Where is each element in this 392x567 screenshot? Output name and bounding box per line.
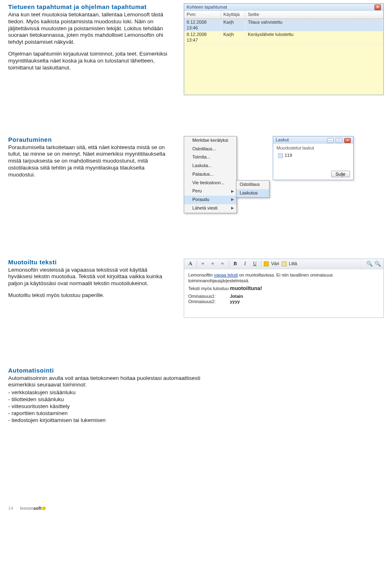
cell-selite: Keräyslähete tulostettu — [245, 31, 383, 44]
ctx-vie[interactable]: Vie tiedostoon... — [184, 179, 236, 188]
laskut-header: Muodostetut laskut — [276, 145, 351, 152]
separator — [196, 261, 197, 267]
chevron-right-icon: ▶ — [231, 206, 234, 210]
color-swatch-icon[interactable] — [264, 261, 269, 266]
logo-part2: soft — [33, 506, 42, 511]
align-left-icon[interactable]: ≡ — [199, 260, 207, 268]
section2-p1: Porautumisella tarkoitetaan sitä, että n… — [8, 144, 172, 179]
align-center-icon[interactable]: ≡ — [209, 260, 216, 268]
vari-label[interactable]: Väri — [271, 261, 279, 267]
close-icon[interactable]: ✕ — [374, 4, 381, 10]
context-menu: Merkitse kerätyksi Ostotilaus... Toimita… — [184, 136, 237, 213]
sulje-button[interactable]: Sulje — [331, 171, 350, 177]
cell-selite: Tilaus vahvistettu — [245, 19, 383, 31]
rte-val1: Jotain — [230, 294, 243, 299]
minimize-icon[interactable]: — — [327, 138, 334, 143]
col-kayttaja[interactable]: Käyttäjä — [221, 11, 245, 18]
paste-icon[interactable] — [282, 261, 287, 266]
bullet-item: - tiedostojen kirjoittamisen tai lukemis… — [8, 417, 208, 424]
bullet-item: - raporttien tulostaminen — [8, 410, 208, 417]
ctx-toimita[interactable]: Toimita... — [184, 153, 236, 162]
list-item[interactable]: 119 — [276, 152, 351, 159]
context-submenu: Ostotilaus Laskutus — [236, 180, 270, 198]
cell-kayttaja: Karjh — [221, 19, 245, 31]
section4-p1: Automatisoinnin avulla voit antaa tietok… — [8, 375, 208, 389]
section2-heading: Porautuminen — [8, 136, 172, 144]
underline-icon[interactable]: U — [251, 260, 258, 268]
rte-body[interactable]: Lemonsoftin vapaa teksti on muotoiltavis… — [184, 269, 383, 317]
bold-icon[interactable]: B — [232, 260, 239, 268]
rte-window: A ≡ ≡ ≡ B I U Väri Liitä 🔍 🔍 — [184, 259, 384, 318]
rte-key2: Ominaisuus2: — [188, 299, 225, 305]
ctx-laheta[interactable]: Lähetä viesti ▶ — [184, 204, 236, 213]
ctx-peru[interactable]: Peru ▶ — [184, 187, 236, 196]
table-row[interactable]: 8.12.2008 13:46 Karjh Tilaus vahvistettu — [184, 19, 383, 32]
separator — [261, 261, 261, 267]
section3-p1: Lemonsoftin viesteissä ja vapaassa tekst… — [8, 267, 172, 288]
separator — [229, 261, 229, 267]
ctx-laheta-label: Lähetä viesti — [192, 205, 218, 211]
font-a-icon[interactable]: A — [187, 260, 194, 268]
rte-bold-text: muotoiltuna! — [230, 285, 262, 291]
section1-heading: Tietueen tapahtumat ja ohjelman tapahtum… — [8, 3, 172, 11]
rte-text: Teksti myös tulostuu — [188, 286, 230, 291]
ctx-palautus[interactable]: Palautus... — [184, 170, 236, 179]
page-number: 14 — [8, 506, 13, 511]
laskut-title: Laskut — [276, 137, 289, 143]
rte-toolbar: A ≡ ≡ ≡ B I U Väri Liitä 🔍 🔍 — [184, 259, 383, 269]
events-body: 8.12.2008 13:46 Karjh Tilaus vahvistettu… — [184, 19, 383, 95]
col-pvm[interactable]: Pvm — [184, 11, 221, 18]
ctx-laskuta[interactable]: Laskuta... — [184, 162, 236, 170]
logo-part1: lemon — [20, 506, 33, 511]
close-icon[interactable]: ✕ — [344, 138, 351, 143]
bullet-item: - viitesuoritusten käsittely — [8, 403, 208, 410]
section1-p2: Ohjelman tapahtumiin kirjautuvat toiminn… — [8, 51, 172, 71]
events-title: Kohteen tapahtumat — [187, 4, 227, 10]
rte-link-text: vapaa teksti — [214, 272, 238, 277]
section3-heading: Muotoiltu teksti — [8, 259, 172, 266]
table-row[interactable]: 8.12.2008 13:47 Karjh Keräyslähete tulos… — [184, 31, 383, 44]
ctx-poraudu[interactable]: Poraudu ▶ — [184, 196, 236, 204]
section3-p2: Muotoiltu teksti myös tulostuu paperille… — [8, 292, 172, 299]
zoom-out-icon[interactable]: 🔍 — [374, 261, 381, 267]
ctx-ostotilaus[interactable]: Ostotilaus... — [184, 145, 236, 154]
align-right-icon[interactable]: ≡ — [219, 260, 226, 268]
cell-pvm: 8.12.2008 13:46 — [184, 19, 221, 31]
rte-val2: yyyy — [230, 299, 240, 305]
bullet-item: - tiliotteiden sisäänluku — [8, 396, 208, 403]
ctx-peru-label: Peru — [192, 188, 202, 194]
col-selite[interactable]: Selite — [245, 11, 383, 18]
chevron-right-icon: ▶ — [231, 197, 234, 202]
maximize-icon[interactable]: □ — [336, 138, 342, 143]
section4-heading: Automatisointi — [8, 367, 208, 375]
italic-icon[interactable]: I — [241, 260, 249, 268]
page-footer: 14 lemonsoft — [8, 506, 384, 511]
ctx-merkitse[interactable]: Merkitse kerätyksi — [184, 136, 236, 145]
liita-label[interactable]: Liitä — [289, 261, 297, 267]
zoom-in-icon[interactable]: 🔍 — [366, 261, 373, 267]
section1-p1: Aina kun teet muutoksia tietokantaan, ta… — [8, 11, 172, 46]
laskut-window: Laskut — □ ✕ Muodostetut laskut 119 Sulj… — [273, 136, 354, 180]
ctx-poraudu-label: Poraudu — [192, 197, 209, 203]
cell-kayttaja: Karjh — [221, 31, 245, 44]
chevron-right-icon: ▶ — [231, 189, 234, 194]
rte-key1: Ominaisuus1: — [188, 294, 225, 299]
bullet-item: - verkkolaskujen sisäänluku — [8, 389, 208, 396]
rte-text: Lemonsoftin — [188, 272, 214, 277]
events-window: Kohteen tapahtumat ✕ Pvm Käyttäjä Selite… — [184, 3, 384, 95]
lemonsoft-logo: lemonsoft — [20, 506, 46, 511]
logo-dot-icon — [42, 507, 46, 510]
sub-laskutus[interactable]: Laskutus — [236, 189, 269, 198]
sub-ostotilaus[interactable]: Ostotilaus — [236, 181, 269, 189]
events-header-row: Pvm Käyttäjä Selite — [184, 11, 383, 19]
cell-pvm: 8.12.2008 13:47 — [184, 31, 221, 44]
